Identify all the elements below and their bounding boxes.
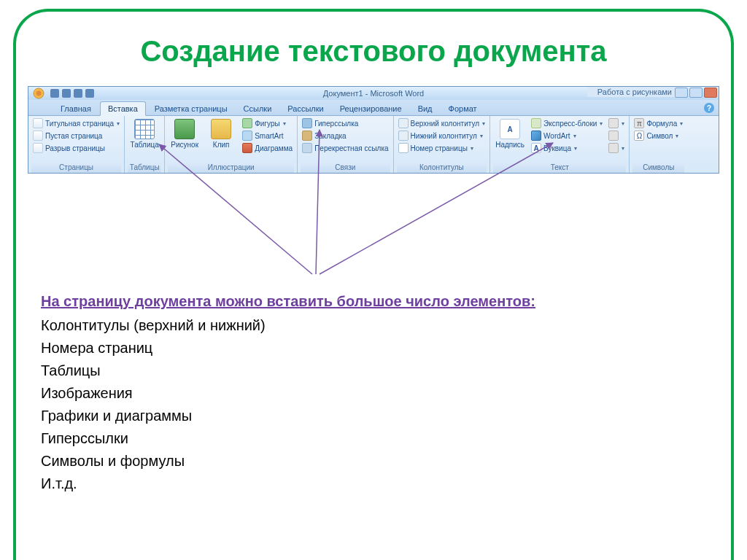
header-button[interactable]: Верхний колонтитул▾: [397, 117, 487, 129]
header-icon: [398, 118, 409, 128]
slide-title: Создание текстового документа: [0, 35, 747, 68]
ribbon-body: Титульная страница▾ Пустая страница Разр…: [28, 116, 719, 173]
group-tables: Таблица Таблицы: [125, 116, 165, 173]
chevron-down-icon: ▾: [600, 120, 603, 127]
drop-cap-icon: A: [531, 143, 541, 153]
chart-label: Диаграмма: [255, 144, 293, 152]
blank-page-label: Пустая страница: [45, 132, 102, 140]
object-button[interactable]: ▾: [607, 142, 626, 154]
chevron-down-icon: ▾: [573, 133, 576, 139]
close-button[interactable]: [704, 88, 717, 98]
footer-icon: [398, 131, 409, 141]
tab-insert[interactable]: Вставка: [100, 101, 146, 116]
group-pages: Титульная страница▾ Пустая страница Разр…: [28, 116, 125, 173]
page-break-icon: [33, 143, 43, 153]
picture-label: Рисунок: [171, 141, 198, 149]
table-button[interactable]: Таблица: [128, 117, 161, 163]
contextual-tab-label: Работа с рисунками: [587, 87, 682, 97]
list-item: Изображения: [41, 382, 697, 405]
list-item: Графики и диаграммы: [41, 405, 697, 427]
page-number-label: Номер страницы: [411, 144, 468, 152]
tab-home[interactable]: Главная: [53, 102, 98, 115]
blank-page-button[interactable]: Пустая страница: [31, 130, 121, 141]
tab-format[interactable]: Формат: [441, 102, 484, 115]
quick-parts-label: Экспресс-блоки: [543, 120, 597, 128]
list-item: Гиперссылки: [41, 427, 697, 450]
group-hf-label: Колонтитулы: [397, 163, 487, 173]
tab-references[interactable]: Ссылки: [236, 102, 279, 115]
smartart-button[interactable]: SmartArt: [241, 130, 294, 141]
object-icon: [608, 143, 619, 153]
chevron-down-icon: ▾: [622, 145, 624, 152]
date-time-button[interactable]: [607, 130, 626, 141]
cover-page-button[interactable]: Титульная страница▾: [31, 117, 121, 129]
picture-icon: [174, 119, 195, 139]
group-symbols: πФормула▾ ΩСимвол▾ Символы: [630, 116, 687, 173]
footer-label: Нижний колонтитул: [411, 132, 477, 140]
list-item: Символы и формулы: [41, 450, 697, 472]
equation-icon: π: [634, 118, 644, 128]
window-controls: [675, 88, 717, 98]
list-item: И.т.д.: [41, 472, 697, 495]
page-break-label: Разрыв страницы: [45, 144, 105, 152]
bookmark-button[interactable]: Закладка: [301, 130, 390, 141]
equation-label: Формула: [646, 120, 677, 128]
group-links-label: Связи: [301, 163, 390, 173]
chevron-down-icon: ▾: [680, 120, 683, 127]
titlebar: Документ1 - Microsoft Word Работа с рису…: [28, 87, 719, 100]
body-text-block: На страницу документа можно вставить бол…: [41, 290, 697, 495]
maximize-button[interactable]: [689, 88, 703, 98]
hyperlink-button[interactable]: Гиперссылка: [301, 117, 390, 129]
cross-ref-icon: [302, 143, 312, 153]
chevron-down-icon: ▾: [471, 145, 473, 152]
shapes-button[interactable]: Фигуры▾: [241, 117, 294, 129]
page-break-button[interactable]: Разрыв страницы: [31, 142, 121, 154]
page-number-button[interactable]: Номер страницы▾: [397, 142, 487, 154]
bookmark-label: Закладка: [314, 132, 346, 140]
textbox-icon: A: [500, 119, 520, 139]
signature-line-button[interactable]: ▾: [607, 117, 626, 129]
chevron-down-icon: ▾: [622, 120, 624, 127]
cross-ref-button[interactable]: Перекрестная ссылка: [301, 142, 390, 154]
group-tables-label: Таблицы: [128, 163, 161, 173]
textbox-button[interactable]: A Надпись: [493, 117, 527, 163]
group-illustrations-label: Иллюстрации: [168, 163, 294, 173]
footer-button[interactable]: Нижний колонтитул▾: [397, 130, 487, 141]
bookmark-icon: [302, 131, 312, 141]
wordart-label: WordArt: [543, 132, 570, 140]
chevron-down-icon: ▾: [480, 133, 483, 139]
drop-cap-button[interactable]: AБуквица▾: [530, 142, 604, 154]
quick-parts-button[interactable]: Экспресс-блоки▾: [530, 117, 604, 129]
tab-view[interactable]: Вид: [411, 102, 440, 115]
list-item: Таблицы: [41, 359, 697, 382]
chevron-down-icon: ▾: [117, 120, 120, 127]
chevron-down-icon: ▾: [574, 145, 577, 152]
group-text-label: Текст: [493, 163, 626, 173]
group-text: A Надпись Экспресс-блоки▾ WordArt▾ AБукв…: [490, 116, 630, 173]
tab-mailings[interactable]: Рассылки: [280, 102, 330, 115]
drop-cap-label: Буквица: [543, 144, 571, 152]
table-label: Таблица: [131, 141, 159, 149]
chart-icon: [242, 143, 252, 153]
symbol-button[interactable]: ΩСимвол▾: [632, 130, 684, 141]
help-icon[interactable]: ?: [704, 103, 714, 113]
date-icon: [608, 131, 619, 141]
chart-button[interactable]: Диаграмма: [241, 142, 294, 154]
group-links: Гиперссылка Закладка Перекрестная ссылка…: [298, 116, 393, 173]
page-number-icon: [398, 143, 409, 153]
blank-page-icon: [33, 131, 43, 141]
tab-review[interactable]: Рецензирование: [333, 102, 409, 115]
picture-button[interactable]: Рисунок: [168, 117, 201, 163]
cover-page-icon: [33, 118, 43, 128]
clip-icon: [211, 119, 231, 139]
hyperlink-icon: [302, 118, 312, 128]
hyperlink-label: Гиперссылка: [314, 120, 358, 128]
equation-button[interactable]: πФормула▾: [632, 117, 684, 129]
minimize-button[interactable]: [675, 88, 688, 98]
clip-button[interactable]: Клип: [204, 117, 238, 163]
group-symbols-label: Символы: [632, 163, 684, 173]
wordart-button[interactable]: WordArt▾: [530, 130, 604, 141]
group-illustrations: Рисунок Клип Фигуры▾ SmartArt Диаграмма …: [165, 116, 298, 173]
tab-page-layout[interactable]: Разметка страницы: [147, 102, 235, 115]
cross-ref-label: Перекрестная ссылка: [314, 144, 388, 152]
